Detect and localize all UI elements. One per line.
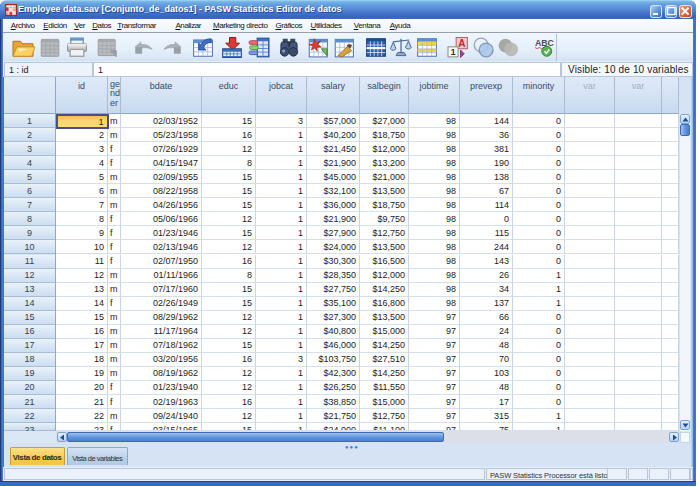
svg-text:ABC: ABC bbox=[535, 38, 555, 48]
svg-text:1: 1 bbox=[450, 47, 455, 57]
svg-text:A: A bbox=[458, 38, 465, 49]
